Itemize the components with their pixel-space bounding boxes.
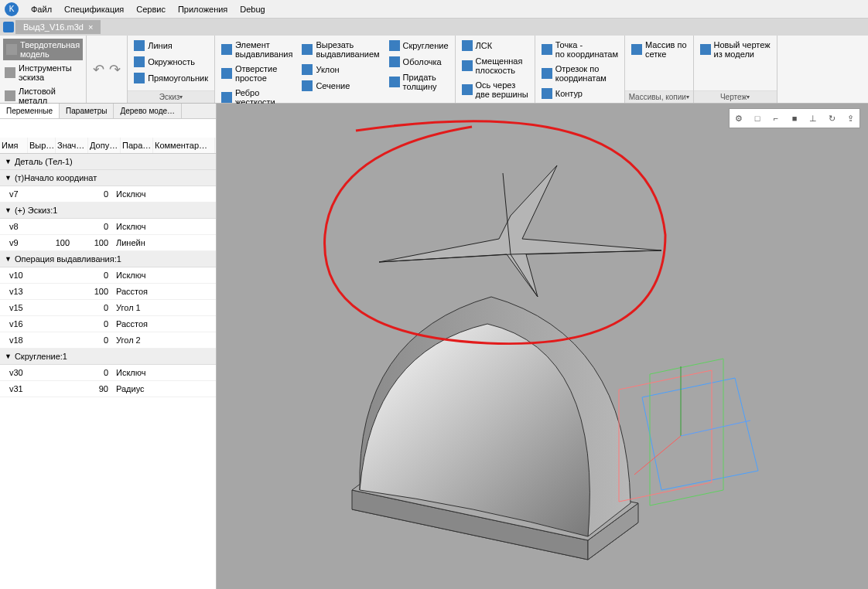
sidebar: ПеременныеПараметрыДерево моде… ИмяВыр…З… <box>0 104 217 589</box>
tree-row[interactable]: v180Угол 2 <box>0 332 216 349</box>
var-type: Расстоя <box>110 316 216 332</box>
toggle-icon[interactable]: ▼ <box>5 174 12 182</box>
ribbon-category-panel: ТвердотельнаямодельИнструментыэскизаЛист… <box>0 36 87 103</box>
toggle-icon[interactable]: ▼ <box>5 158 12 165</box>
sidebar-headers: ИмяВыр…Знач…Допу…Пара…Комментар… <box>0 138 216 154</box>
tree-row[interactable]: v150Угол 1 <box>0 300 216 316</box>
view-tool[interactable]: ↻ <box>824 111 839 126</box>
var-name: v16 <box>0 316 32 332</box>
sidebar-tab[interactable]: Дерево моде… <box>114 104 182 118</box>
document-tab[interactable]: Выд3_V16.m3d × <box>15 20 101 34</box>
view-tool[interactable]: □ <box>750 111 765 126</box>
var-name: v15 <box>0 300 32 315</box>
var-type: Угол 1 <box>110 300 216 315</box>
var-type: Исключ <box>110 365 216 380</box>
group-label: (т)Начало координат <box>15 173 97 182</box>
var-expr <box>32 186 71 202</box>
ribbon-command[interactable]: Окружность <box>132 55 210 69</box>
ribbon-command[interactable]: Прямоугольник <box>132 71 210 85</box>
ribbon-section: Массив посеткеМассивы, копии ▾ <box>625 36 694 103</box>
view-tool[interactable]: ⇪ <box>842 111 858 126</box>
group-label: Операция выдавливания:1 <box>15 254 121 264</box>
view-toolbar: ⚙□⌐■⊥↻⇪ <box>729 108 860 128</box>
tree-group[interactable]: ▼Деталь (Тел-1) <box>0 154 216 170</box>
view-tool[interactable]: ⌐ <box>768 111 784 126</box>
var-value: 0 <box>71 186 110 202</box>
ribbon-command[interactable]: Сечение <box>300 79 381 93</box>
ribbon-command[interactable]: Массив посетке <box>630 39 689 60</box>
ribbon-command[interactable]: ЛСК <box>460 39 530 53</box>
ribbon-category[interactable]: Инструментыэскиза <box>3 62 83 83</box>
ribbon-section-label[interactable]: Чертеж ▾ <box>694 90 777 103</box>
close-tab-icon[interactable]: × <box>88 22 93 32</box>
view-tool[interactable]: ⊥ <box>805 111 821 126</box>
ribbon-section-label[interactable]: Эскиз ▾ <box>128 90 214 103</box>
ribbon-command[interactable]: Точка -по координатам <box>540 39 620 60</box>
redo-icon[interactable]: ↷ <box>109 61 121 78</box>
ribbon-command[interactable]: Отверстиепростое <box>220 63 294 84</box>
column-header[interactable]: Имя <box>0 138 28 153</box>
menu-debug[interactable]: Debug <box>234 2 271 17</box>
menu-сервис[interactable]: Сервис <box>130 2 172 17</box>
ribbon-command[interactable]: Смещеннаяплоскость <box>460 55 530 77</box>
menu-приложения[interactable]: Приложения <box>172 2 234 17</box>
var-expr <box>32 284 71 299</box>
command-icon <box>302 64 313 75</box>
tree-group[interactable]: ▼(т)Начало координат <box>0 170 216 186</box>
tree-row[interactable]: v9100100Линейн <box>0 235 216 251</box>
tree-row[interactable]: v160Расстоя <box>0 316 216 332</box>
var-expr <box>32 381 71 397</box>
ribbon-section-label[interactable]: Массивы, копии ▾ <box>625 90 693 103</box>
column-header[interactable]: Знач… <box>56 138 88 153</box>
tree-group[interactable]: ▼Скругление:1 <box>0 349 216 365</box>
tree-group[interactable]: ▼(+) Эскиз:1 <box>0 203 216 219</box>
ribbon-command[interactable]: Элементвыдавливания <box>220 39 294 60</box>
toggle-icon[interactable]: ▼ <box>5 352 12 360</box>
ribbon-command[interactable]: Отрезок покоординатам <box>540 63 620 84</box>
sidebar-tab[interactable]: Переменные <box>0 104 60 118</box>
column-header[interactable]: Допу… <box>88 138 121 153</box>
menu-файл[interactable]: Файл <box>25 2 58 17</box>
sidebar-tabs: ПеременныеПараметрыДерево моде… <box>0 104 216 119</box>
ribbon-section: ЭлементвыдавливанияОтверстиепростоеРебро… <box>215 36 456 103</box>
ribbon-command[interactable]: Уклон <box>300 63 381 77</box>
tree-row[interactable]: v100Исключ <box>0 267 216 284</box>
toggle-icon[interactable]: ▼ <box>5 255 12 263</box>
tree-row[interactable]: v3190Радиус <box>0 381 216 397</box>
tree-row[interactable]: v300Исключ <box>0 365 216 381</box>
ribbon-command[interactable]: Новый чертежиз модели <box>699 39 772 60</box>
var-name: v9 <box>0 235 32 250</box>
menu-спецификация[interactable]: Спецификация <box>58 2 130 17</box>
tree-group[interactable]: ▼Операция выдавливания:1 <box>0 251 216 267</box>
ribbon-command[interactable]: Вырезатьвыдавливанием <box>300 39 381 60</box>
ribbon-command[interactable]: Линия <box>132 39 210 53</box>
app-logo: K <box>5 2 19 16</box>
column-header[interactable]: Комментар… <box>153 138 215 153</box>
column-header[interactable]: Выр… <box>28 138 56 153</box>
sidebar-tab[interactable]: Параметры <box>60 104 114 118</box>
viewport-3d[interactable]: ⚙□⌐■⊥↻⇪ <box>217 104 868 589</box>
tree-row[interactable]: v80Исключ <box>0 219 216 235</box>
ribbon-command[interactable]: Контур <box>540 87 620 100</box>
var-name: v7 <box>0 186 32 202</box>
group-label: (+) Эскиз:1 <box>15 206 57 215</box>
document-title: Выд3_V16.m3d <box>23 22 84 32</box>
ribbon-command[interactable]: Придатьтолщину <box>388 71 450 93</box>
model-type-icon <box>3 22 14 32</box>
toggle-icon[interactable]: ▼ <box>5 206 12 214</box>
menubar: K ФайлСпецификацияСервисПриложенияDebug <box>0 0 868 19</box>
category-icon <box>5 67 15 78</box>
ribbon-command[interactable]: Оболочка <box>388 55 450 69</box>
parameter-tree: ▼Деталь (Тел-1)▼(т)Начало координатv70Ис… <box>0 154 216 589</box>
tree-row[interactable]: v13100Расстоя <box>0 284 216 300</box>
view-tool[interactable]: ⚙ <box>731 111 747 126</box>
var-value: 100 <box>71 284 110 299</box>
ribbon-command[interactable]: Ось черездве вершины <box>460 79 530 100</box>
tree-row[interactable]: v70Исключ <box>0 186 216 203</box>
ribbon-category[interactable]: Твердотельнаямодель <box>3 39 83 60</box>
view-tool[interactable]: ■ <box>787 111 802 126</box>
ribbon-command[interactable]: Скругление <box>388 39 450 53</box>
column-header[interactable]: Пара… <box>121 138 153 153</box>
undo-icon[interactable]: ↶ <box>93 61 104 78</box>
command-icon <box>462 84 473 95</box>
